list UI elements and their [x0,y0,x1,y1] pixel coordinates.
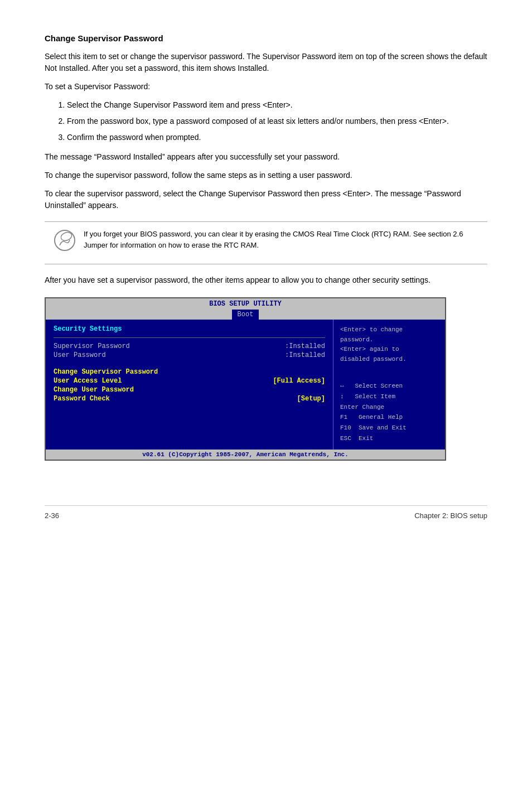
bios-tab-row: Boot [46,310,445,320]
page-footer: 2-36 Chapter 2: BIOS setup [45,505,487,520]
bios-password-check-row: Password Check [Setup] [54,395,325,403]
bios-screen: BIOS SETUP UTILITY Boot Security Setting… [45,297,446,461]
bios-user-row: User Password :Installed [54,351,325,359]
bios-key-esc: ESC Exit [340,433,438,444]
bios-password-check-value: [Setup] [297,395,325,403]
bios-access-level-row: User Access Level [Full Access] [54,377,325,385]
bios-user-value: :Installed [285,351,325,359]
bios-divider [54,337,325,338]
bios-key-select-item: ↕ Select Item [340,392,438,402]
bios-right-line-2: password. [340,335,438,345]
bios-access-level-value: [Full Access] [273,377,325,385]
message-paragraph: The message “Password Installed” appears… [45,151,487,163]
bios-key-enter: Enter Change [340,402,438,413]
step-3: Confirm the password when prompted. [67,132,487,143]
footer-chapter: Chapter 2: BIOS setup [414,511,487,520]
bios-change-supervisor-label: Change Supervisor Password [54,368,158,376]
page-content: Change Supervisor Password Select this i… [45,33,487,461]
bios-change-user-row: Change User Password [54,386,325,394]
bios-right-panel: <Enter> to change password. <Enter> agai… [333,320,445,450]
bios-key-f1: F1 General Help [340,412,438,423]
note-box: If you forget your BIOS password, you ca… [45,221,487,264]
bios-password-check-label: Password Check [54,395,110,403]
bios-footer: v02.61 (C)Copyright 1985-2007, American … [46,450,445,460]
clear-paragraph: To clear the supervisor password, select… [45,188,487,211]
change-paragraph: To change the supervisor password, follo… [45,170,487,181]
bios-right-line-3: <Enter> again to [340,345,438,355]
bios-supervisor-label: Supervisor Password [54,342,130,350]
bios-change-supervisor-row: Change Supervisor Password [54,368,325,376]
bios-keys: ↔ Select Screen ↕ Select Item Enter Chan… [340,381,438,443]
bios-supervisor-value: :Installed [285,342,325,350]
intro-paragraph: Select this item to set or change the su… [45,51,487,74]
bios-access-level-label: User Access Level [54,377,122,385]
bios-right-text: <Enter> to change password. <Enter> agai… [340,325,438,364]
bios-user-label: User Password [54,351,106,359]
after-paragraph: After you have set a supervisor password… [45,274,487,286]
bios-section-title: Security Settings [54,325,325,333]
note-icon [54,230,76,255]
bios-tab: Boot [232,310,259,320]
bios-supervisor-row: Supervisor Password :Installed [54,342,325,350]
note-text: If you forget your BIOS password, you ca… [84,229,478,250]
bios-right-line-1: <Enter> to change [340,325,438,335]
bios-title: BIOS SETUP UTILITY [46,298,445,310]
steps-list: Select the Change Supervisor Password it… [67,99,487,143]
page-heading: Change Supervisor Password [45,33,487,43]
bios-change-user-label: Change User Password [54,386,134,394]
bios-body: Security Settings Supervisor Password :I… [46,320,445,450]
bios-right-line-4: disabled password. [340,355,438,365]
step-1: Select the Change Supervisor Password it… [67,99,487,111]
bios-left-panel: Security Settings Supervisor Password :I… [46,320,333,450]
setup-label: To set a Supervisor Password: [45,81,487,93]
footer-page-number: 2-36 [45,511,59,520]
bios-key-select-screen: ↔ Select Screen [340,381,438,392]
step-2: From the password box, type a password c… [67,115,487,127]
bios-key-f10: F10 Save and Exit [340,423,438,433]
